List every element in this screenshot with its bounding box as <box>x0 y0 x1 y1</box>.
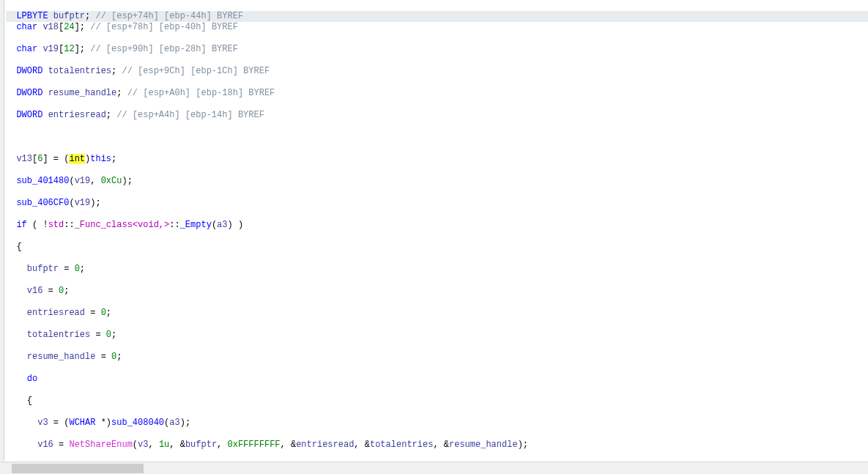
code-line: { <box>6 396 868 407</box>
code-line: if ( !std::_Func_class<void,>::_Empty(a3… <box>6 220 868 231</box>
code-line: resume_handle = 0; <box>6 352 868 363</box>
code-line: DWORD entriesread; // [esp+A4h] [ebp-14h… <box>6 110 868 121</box>
code-line: bufptr = 0; <box>6 264 868 275</box>
code-line: LPBYTE bufptr; // [esp+74h] [ebp-44h] BY… <box>6 11 868 22</box>
code-line: sub_401480(v19, 0xCu); <box>6 176 868 187</box>
code-line: { <box>6 242 868 253</box>
code-line: DWORD resume_handle; // [esp+A0h] [ebp-1… <box>6 88 868 99</box>
decompiler-code-view[interactable]: LPBYTE bufptr; // [esp+74h] [ebp-44h] BY… <box>0 0 868 461</box>
code-line: sub_406CF0(v19); <box>6 198 868 209</box>
code-line: v13[6] = (int)this; <box>6 154 868 165</box>
scrollbar-thumb[interactable] <box>12 464 144 473</box>
code-line: char v18[24]; // [esp+78h] [ebp-40h] BYR… <box>6 22 868 33</box>
horizontal-scrollbar[interactable] <box>0 462 868 474</box>
code-line: DWORD totalentries; // [esp+9Ch] [ebp-1C… <box>6 66 868 77</box>
code-line: entriesread = 0; <box>6 308 868 319</box>
code-line: v16 = 0; <box>6 286 868 297</box>
code-line <box>6 132 868 143</box>
code-line: v16 = NetShareEnum(v3, 1u, &bufptr, 0xFF… <box>6 440 868 451</box>
code-line: do <box>6 374 868 385</box>
code-line: v3 = (WCHAR *)sub_408040(a3); <box>6 418 868 429</box>
code-line: char v19[12]; // [esp+90h] [ebp-28h] BYR… <box>6 44 868 55</box>
code-line: totalentries = 0; <box>6 330 868 341</box>
